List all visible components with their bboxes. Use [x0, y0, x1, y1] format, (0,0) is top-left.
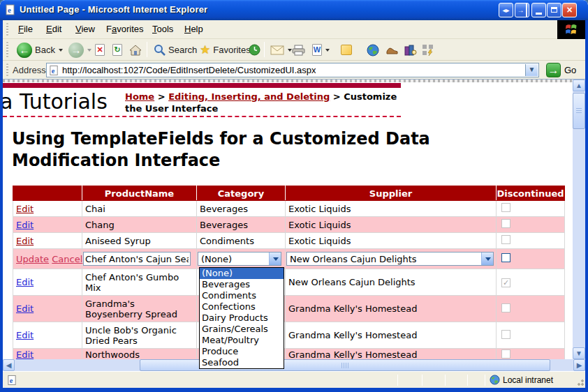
header-dashed-strip	[3, 80, 573, 82]
cell-product: Northwoods	[82, 349, 197, 360]
address-input[interactable]: e http://localhost:1027/Code/EditInsertD…	[46, 63, 539, 77]
addressbar-grip[interactable]	[6, 63, 8, 76]
edit-link[interactable]: Edit	[16, 330, 34, 340]
security-zone-label: Local intranet	[503, 375, 553, 385]
category-dropdown-popup: (None) Beverages Condiments Confections …	[199, 267, 284, 369]
scroll-up-button[interactable]: ▲	[573, 80, 585, 91]
svg-text:e: e	[8, 6, 11, 14]
discontinued-checkbox	[501, 235, 510, 244]
menu-help[interactable]: Help	[179, 20, 209, 38]
close-button[interactable]: ×	[562, 3, 577, 17]
dropdown-option[interactable]: Seafood	[200, 357, 284, 368]
search-button[interactable]: Search	[154, 41, 197, 59]
site-brand: a Tutorials	[3, 89, 108, 114]
shoe-icon	[385, 45, 399, 55]
product-name-input[interactable]	[83, 252, 191, 266]
window-border-left	[0, 20, 3, 388]
edit-with-word-button[interactable]: W	[312, 41, 330, 59]
dropdown-option[interactable]: Dairy Products	[200, 312, 284, 324]
menu-view[interactable]: View	[70, 20, 101, 38]
cell-product: Aniseed Syrup	[82, 233, 197, 249]
cell-product: Chef Anton's Gumbo Mix	[82, 269, 197, 296]
address-dropdown-button[interactable]: ▼	[525, 64, 538, 76]
horizontal-scrollbar[interactable]: ◀ ▶	[3, 359, 585, 371]
maximize-icon	[551, 7, 557, 13]
chevron-right-icon: ▶	[577, 361, 582, 369]
edit-link[interactable]: Edit	[16, 303, 34, 314]
dropdown-option[interactable]: Grains/Cereals	[200, 324, 284, 335]
menubar-grip[interactable]	[6, 23, 8, 36]
menu-tools[interactable]: Tools	[147, 20, 179, 38]
supplier-select-value: New Orleans Cajun Delights	[290, 254, 417, 264]
discuss-button[interactable]	[341, 41, 352, 59]
back-label: Back	[35, 45, 55, 55]
dropdown-option[interactable]: Meat/Poultry	[200, 335, 284, 346]
history-button[interactable]	[249, 41, 260, 59]
breadcrumb-home-link[interactable]: Home	[125, 91, 154, 102]
select-arrow-icon[interactable]	[269, 252, 281, 265]
edit-link[interactable]: Edit	[16, 204, 34, 214]
menu-favorites[interactable]: Favorites	[101, 20, 149, 38]
print-button[interactable]	[292, 41, 305, 59]
dropdown-option[interactable]: Confections	[200, 301, 284, 312]
cancel-link[interactable]: Cancel	[52, 254, 82, 264]
go-button[interactable]: → Go	[546, 63, 576, 77]
swap-arrows-button[interactable]: ◂▸	[499, 3, 513, 17]
breadcrumb-section-link[interactable]: Editing, Inserting, and Deleting	[168, 91, 330, 102]
toolbar-separator	[264, 42, 265, 57]
discontinued-checkbox[interactable]	[501, 253, 510, 262]
title-bar: e Untitled Page - Microsoft Internet Exp…	[0, 0, 588, 20]
research-button[interactable]	[404, 41, 417, 59]
menu-bar: File Edit View Favorites Tools Help	[3, 20, 585, 39]
globe-icon	[367, 44, 379, 56]
supplier-select[interactable]: New Orleans Cajun Delights	[286, 252, 494, 266]
select-arrow-icon[interactable]	[481, 252, 493, 265]
maximize-button[interactable]	[547, 3, 561, 17]
back-dropdown-icon[interactable]	[59, 49, 63, 52]
edit-link[interactable]: Edit	[16, 220, 34, 230]
home-button[interactable]	[129, 41, 142, 59]
edit-dropdown-icon[interactable]	[325, 49, 330, 52]
minimize-button[interactable]	[531, 3, 546, 17]
refresh-button[interactable]: ↻	[112, 41, 122, 59]
resize-grip[interactable]	[575, 377, 584, 386]
favorites-button[interactable]: ★ Favorites	[200, 41, 251, 59]
toolbar-grip[interactable]	[6, 42, 8, 57]
table-row: Edit Chang Beverages Exotic Liquids	[13, 217, 565, 233]
thumb-grip	[576, 108, 582, 114]
edit-link[interactable]: Edit	[16, 277, 34, 287]
window-title: Untitled Page - Microsoft Internet Explo…	[20, 4, 207, 15]
edit-word-icon: W	[312, 44, 322, 56]
back-icon: ←	[17, 43, 32, 58]
stop-button[interactable]: ✕	[95, 41, 105, 59]
statusbar-divider	[397, 375, 398, 386]
exit-window-button[interactable]: →	[515, 3, 529, 17]
dropdown-option[interactable]: Beverages	[200, 279, 284, 290]
vertical-scrollbar[interactable]: ▲ ▼	[573, 80, 585, 359]
update-link[interactable]: Update	[16, 254, 49, 264]
msn-globe-button[interactable]	[367, 41, 379, 59]
statusbar-divider	[467, 375, 468, 386]
dropdown-option[interactable]: Produce	[200, 346, 284, 357]
forward-button[interactable]: →	[68, 41, 91, 59]
back-button[interactable]: ← Back	[17, 41, 63, 59]
edit-link[interactable]: Edit	[16, 236, 34, 246]
security-zone: Local intranet	[490, 375, 553, 385]
print-icon	[292, 45, 305, 56]
scroll-down-button[interactable]: ▼	[573, 347, 585, 359]
menu-file[interactable]: File	[13, 20, 38, 38]
dropdown-option[interactable]: Condiments	[200, 290, 284, 301]
mail-button[interactable]	[270, 41, 292, 59]
column-header-actions	[13, 186, 82, 201]
category-select[interactable]: (None)	[198, 252, 281, 266]
dropdown-option[interactable]: (None)	[200, 268, 284, 279]
ie-page-icon: e	[5, 4, 16, 18]
scroll-right-button[interactable]: ▶	[573, 359, 585, 371]
menu-edit[interactable]: Edit	[41, 20, 67, 38]
column-header-discontinued: Discontinued	[497, 186, 565, 201]
scroll-left-button[interactable]: ◀	[3, 359, 15, 371]
edit-link[interactable]: Edit	[16, 349, 34, 359]
shoe-button[interactable]	[385, 41, 399, 59]
vertical-scroll-thumb[interactable]	[573, 93, 585, 129]
messenger-button[interactable]	[422, 41, 434, 59]
